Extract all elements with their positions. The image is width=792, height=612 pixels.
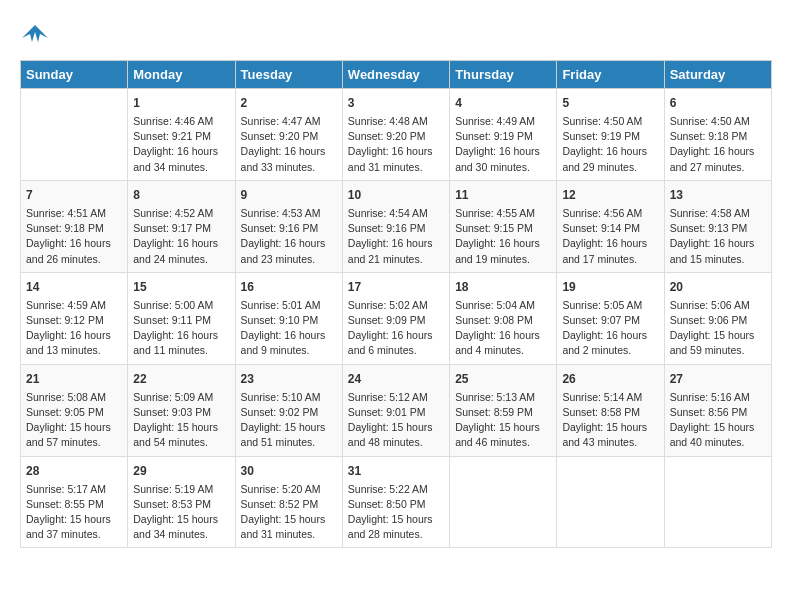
week-row-5: 28Sunrise: 5:17 AMSunset: 8:55 PMDayligh… [21, 456, 772, 548]
day-info: Sunrise: 5:13 AMSunset: 8:59 PMDaylight:… [455, 390, 551, 451]
day-info: Sunrise: 5:01 AMSunset: 9:10 PMDaylight:… [241, 298, 337, 359]
header-tuesday: Tuesday [235, 61, 342, 89]
day-info: Sunrise: 5:09 AMSunset: 9:03 PMDaylight:… [133, 390, 229, 451]
header-thursday: Thursday [450, 61, 557, 89]
calendar-cell: 14Sunrise: 4:59 AMSunset: 9:12 PMDayligh… [21, 272, 128, 364]
calendar-cell [557, 456, 664, 548]
day-info: Sunrise: 4:55 AMSunset: 9:15 PMDaylight:… [455, 206, 551, 267]
day-info: Sunrise: 5:04 AMSunset: 9:08 PMDaylight:… [455, 298, 551, 359]
calendar-cell: 26Sunrise: 5:14 AMSunset: 8:58 PMDayligh… [557, 364, 664, 456]
day-number: 15 [133, 278, 229, 296]
calendar-cell: 16Sunrise: 5:01 AMSunset: 9:10 PMDayligh… [235, 272, 342, 364]
logo [20, 20, 54, 50]
day-info: Sunrise: 4:46 AMSunset: 9:21 PMDaylight:… [133, 114, 229, 175]
calendar-cell: 23Sunrise: 5:10 AMSunset: 9:02 PMDayligh… [235, 364, 342, 456]
calendar-cell: 27Sunrise: 5:16 AMSunset: 8:56 PMDayligh… [664, 364, 771, 456]
calendar-cell [664, 456, 771, 548]
calendar-cell: 15Sunrise: 5:00 AMSunset: 9:11 PMDayligh… [128, 272, 235, 364]
day-number: 30 [241, 462, 337, 480]
page-header [20, 20, 772, 50]
logo-icon [20, 20, 50, 50]
day-info: Sunrise: 5:00 AMSunset: 9:11 PMDaylight:… [133, 298, 229, 359]
day-number: 17 [348, 278, 444, 296]
calendar-cell: 8Sunrise: 4:52 AMSunset: 9:17 PMDaylight… [128, 180, 235, 272]
calendar-cell: 19Sunrise: 5:05 AMSunset: 9:07 PMDayligh… [557, 272, 664, 364]
calendar-cell: 12Sunrise: 4:56 AMSunset: 9:14 PMDayligh… [557, 180, 664, 272]
day-number: 26 [562, 370, 658, 388]
day-info: Sunrise: 5:17 AMSunset: 8:55 PMDaylight:… [26, 482, 122, 543]
calendar-cell: 20Sunrise: 5:06 AMSunset: 9:06 PMDayligh… [664, 272, 771, 364]
calendar-cell: 22Sunrise: 5:09 AMSunset: 9:03 PMDayligh… [128, 364, 235, 456]
week-row-3: 14Sunrise: 4:59 AMSunset: 9:12 PMDayligh… [21, 272, 772, 364]
calendar-cell: 10Sunrise: 4:54 AMSunset: 9:16 PMDayligh… [342, 180, 449, 272]
calendar-cell [450, 456, 557, 548]
calendar-header-row: SundayMondayTuesdayWednesdayThursdayFrid… [21, 61, 772, 89]
day-info: Sunrise: 4:53 AMSunset: 9:16 PMDaylight:… [241, 206, 337, 267]
day-info: Sunrise: 5:14 AMSunset: 8:58 PMDaylight:… [562, 390, 658, 451]
day-info: Sunrise: 4:49 AMSunset: 9:19 PMDaylight:… [455, 114, 551, 175]
day-number: 4 [455, 94, 551, 112]
calendar-cell [21, 89, 128, 181]
calendar-cell: 29Sunrise: 5:19 AMSunset: 8:53 PMDayligh… [128, 456, 235, 548]
day-info: Sunrise: 4:58 AMSunset: 9:13 PMDaylight:… [670, 206, 766, 267]
week-row-2: 7Sunrise: 4:51 AMSunset: 9:18 PMDaylight… [21, 180, 772, 272]
calendar-cell: 6Sunrise: 4:50 AMSunset: 9:18 PMDaylight… [664, 89, 771, 181]
day-number: 12 [562, 186, 658, 204]
svg-marker-0 [22, 25, 48, 42]
calendar-cell: 11Sunrise: 4:55 AMSunset: 9:15 PMDayligh… [450, 180, 557, 272]
week-row-1: 1Sunrise: 4:46 AMSunset: 9:21 PMDaylight… [21, 89, 772, 181]
calendar-cell: 4Sunrise: 4:49 AMSunset: 9:19 PMDaylight… [450, 89, 557, 181]
day-number: 28 [26, 462, 122, 480]
day-number: 2 [241, 94, 337, 112]
day-info: Sunrise: 4:50 AMSunset: 9:19 PMDaylight:… [562, 114, 658, 175]
day-number: 19 [562, 278, 658, 296]
day-info: Sunrise: 4:52 AMSunset: 9:17 PMDaylight:… [133, 206, 229, 267]
day-info: Sunrise: 5:20 AMSunset: 8:52 PMDaylight:… [241, 482, 337, 543]
calendar-cell: 24Sunrise: 5:12 AMSunset: 9:01 PMDayligh… [342, 364, 449, 456]
calendar-cell: 25Sunrise: 5:13 AMSunset: 8:59 PMDayligh… [450, 364, 557, 456]
header-saturday: Saturday [664, 61, 771, 89]
week-row-4: 21Sunrise: 5:08 AMSunset: 9:05 PMDayligh… [21, 364, 772, 456]
calendar-cell: 18Sunrise: 5:04 AMSunset: 9:08 PMDayligh… [450, 272, 557, 364]
calendar-cell: 2Sunrise: 4:47 AMSunset: 9:20 PMDaylight… [235, 89, 342, 181]
day-number: 21 [26, 370, 122, 388]
day-number: 10 [348, 186, 444, 204]
day-number: 6 [670, 94, 766, 112]
day-info: Sunrise: 4:54 AMSunset: 9:16 PMDaylight:… [348, 206, 444, 267]
day-number: 14 [26, 278, 122, 296]
day-info: Sunrise: 4:48 AMSunset: 9:20 PMDaylight:… [348, 114, 444, 175]
calendar-cell: 7Sunrise: 4:51 AMSunset: 9:18 PMDaylight… [21, 180, 128, 272]
day-info: Sunrise: 4:56 AMSunset: 9:14 PMDaylight:… [562, 206, 658, 267]
calendar-cell: 30Sunrise: 5:20 AMSunset: 8:52 PMDayligh… [235, 456, 342, 548]
day-number: 29 [133, 462, 229, 480]
day-info: Sunrise: 4:51 AMSunset: 9:18 PMDaylight:… [26, 206, 122, 267]
calendar-cell: 17Sunrise: 5:02 AMSunset: 9:09 PMDayligh… [342, 272, 449, 364]
header-sunday: Sunday [21, 61, 128, 89]
day-number: 11 [455, 186, 551, 204]
calendar-cell: 1Sunrise: 4:46 AMSunset: 9:21 PMDaylight… [128, 89, 235, 181]
header-wednesday: Wednesday [342, 61, 449, 89]
day-number: 27 [670, 370, 766, 388]
calendar-cell: 21Sunrise: 5:08 AMSunset: 9:05 PMDayligh… [21, 364, 128, 456]
day-info: Sunrise: 4:47 AMSunset: 9:20 PMDaylight:… [241, 114, 337, 175]
day-info: Sunrise: 5:19 AMSunset: 8:53 PMDaylight:… [133, 482, 229, 543]
day-info: Sunrise: 4:59 AMSunset: 9:12 PMDaylight:… [26, 298, 122, 359]
day-info: Sunrise: 5:12 AMSunset: 9:01 PMDaylight:… [348, 390, 444, 451]
day-number: 13 [670, 186, 766, 204]
day-number: 22 [133, 370, 229, 388]
day-info: Sunrise: 5:08 AMSunset: 9:05 PMDaylight:… [26, 390, 122, 451]
day-number: 3 [348, 94, 444, 112]
calendar-cell: 5Sunrise: 4:50 AMSunset: 9:19 PMDaylight… [557, 89, 664, 181]
day-number: 7 [26, 186, 122, 204]
header-monday: Monday [128, 61, 235, 89]
day-number: 25 [455, 370, 551, 388]
day-info: Sunrise: 5:16 AMSunset: 8:56 PMDaylight:… [670, 390, 766, 451]
calendar-cell: 28Sunrise: 5:17 AMSunset: 8:55 PMDayligh… [21, 456, 128, 548]
day-info: Sunrise: 5:06 AMSunset: 9:06 PMDaylight:… [670, 298, 766, 359]
day-info: Sunrise: 4:50 AMSunset: 9:18 PMDaylight:… [670, 114, 766, 175]
calendar-cell: 13Sunrise: 4:58 AMSunset: 9:13 PMDayligh… [664, 180, 771, 272]
day-info: Sunrise: 5:02 AMSunset: 9:09 PMDaylight:… [348, 298, 444, 359]
day-number: 16 [241, 278, 337, 296]
day-info: Sunrise: 5:10 AMSunset: 9:02 PMDaylight:… [241, 390, 337, 451]
header-friday: Friday [557, 61, 664, 89]
